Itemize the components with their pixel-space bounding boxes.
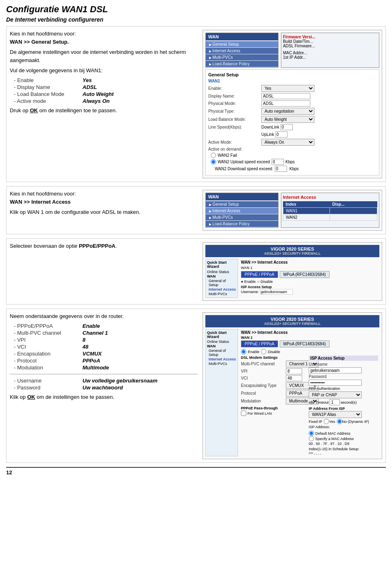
gs-active-on-demand-row: Active on demand: [208,147,376,151]
vigor2-internet-access[interactable]: Internet Access [209,357,236,361]
vigor2-password-row: Password [309,374,378,379]
field-display-name: - Display Name ADSL [14,84,198,90]
ia-wan2-disp [330,214,377,221]
vigor2-modulation-row: Modulation Multimode [241,398,307,405]
section3-left: Selecteer bovenaan de optie PPPoE/PPPoA. [10,242,198,301]
section1-text1: De algemene instellingen voor de interne… [10,48,198,64]
vigor-header: VIGOR 2820 SERIES ADSL2/2+ SECURITY FIRE… [205,245,379,257]
tab-pppoe[interactable]: PPPoE / PPPoA [241,271,278,278]
section2-left: Kies in het hoofdmenu voor: WAN >> Inter… [10,190,198,231]
section4-vigor-full: VIGOR 2820 SERIES ADSL2/2+ SECURITY FIRE… [203,312,382,459]
field-protocol: - Protocol PPPoA [14,358,198,364]
nav-lb-policy[interactable]: Load-Balance Policy [206,61,278,67]
section1-router-mockup: WAN General Setup Internet Access Multi-… [203,30,382,178]
ia-wan1[interactable]: WAN1 [283,208,330,214]
gs-wan2download-row: WAN2 Download speed exceed Kbps [215,166,376,172]
nav-multi-pvcs[interactable]: Multi-PVCs [206,54,278,60]
gs-wan2upload-radio: WAN2 Upload speed exceed Kbps [211,159,376,165]
vigor2-mac-default-radio[interactable] [309,431,314,436]
vigor2-ip-alias-select[interactable]: WAN1P Alias [309,411,362,418]
vigor2-password-input[interactable] [309,380,362,386]
section1-instruction1: Kies in het hoofdmenu voor: WAN >> Gener… [10,30,198,46]
vigor-wan: WAN [207,274,236,278]
vigor2-two-col: DSL Modem Settings Multi-PVC channel Cha… [241,356,378,455]
wan2-fail-radio[interactable] [211,153,216,158]
vigor2-enable-radio[interactable] [241,349,246,354]
vigor2-username-input[interactable] [309,367,362,373]
vigor2-wired-lan-check[interactable] [241,411,246,416]
vigor2-isp-addr-row: ISP Address: [309,425,378,429]
section1-ok-instruction: Druk op OK om de instellingen toe te pas… [10,107,198,115]
active-mode-select[interactable]: Always On [261,139,314,146]
vigor2-vpi-row: VPI [241,368,307,374]
vigor2-quick-wizard: Quick Start Wizard [207,331,236,339]
section1-text2: Vul de volgende gegevens in bij WAN1: [10,67,198,75]
lb-mode-select[interactable]: Auto Weight [261,116,314,123]
tab-mpoa[interactable]: MPoA (RFC1483/2684) [280,271,330,278]
section4-fields: - PPPoE/PPPoA Enable - Multi-PVC channel… [14,323,198,371]
gs-physical-mode-row: Physical Mode: [208,100,376,107]
vigor-username-input[interactable] [260,289,293,295]
vigor2-enable-row: Enable Disable [241,349,378,354]
vigor2-ip-alias-row: WAN1P Alias [309,411,378,418]
vigor2-tab-mpoa[interactable]: MPoA (RFC1483/2684) [280,340,330,347]
section4-text: Neem onderstaande gegevens over in de ro… [10,312,198,320]
section3-text: Selecteer bovenaan de optie PPPoE/PPPoA. [10,242,198,250]
physical-mode-input[interactable] [261,100,310,107]
vigor2-fixed-ip-yes[interactable] [324,419,329,424]
gs-lb-mode-row: Load Balance Mode: Auto Weight [208,116,376,123]
nav-internet-access[interactable]: Internet Access [206,48,278,54]
nav-general-setup[interactable]: General Setup [206,41,278,47]
gs-physical-type-row: Physical Type: Auto negotiation [208,108,376,115]
section3-vigor-mockup: VIGOR 2820 SERIES ADSL2/2+ SECURITY FIRE… [203,242,382,301]
vigor2-fixed-ip-row: Fixed IP Yes No (Dynamic IP) [309,419,378,424]
vigor2-dsl-panel: DSL Modem Settings Multi-PVC channel Cha… [241,356,307,455]
vigor2-multi-pvcs[interactable]: Multi-PVCs [209,362,236,366]
vigor2-mac-default-row: Default MAC Address [309,431,378,436]
vigor2-disable-radio[interactable] [261,349,266,354]
vigor2-wired-lan-row: For Wired LAN [241,411,307,416]
vigor2-protocol-row: Protocol PPPoA [241,390,307,397]
wan2-download-input[interactable] [275,166,287,172]
vigor-general-setup[interactable]: General of Setup [209,279,236,287]
vigor-wan-access-title: WAN >> Internet Access [241,260,378,265]
nav2-internet-access[interactable]: Internet Access [206,208,278,214]
wan2-upload-radio[interactable] [211,159,216,165]
ia-wan2[interactable]: WAN2 [283,214,330,221]
vigor2-isp-title: ISP Access Setup [309,356,378,361]
physical-type-select[interactable]: Auto negotiation [261,108,314,115]
vigor-username-row: Username: [241,289,378,295]
display-name-input[interactable] [261,93,310,99]
vigor2-fixed-ip-no[interactable] [337,419,342,424]
enable-select[interactable]: Yes [261,85,314,92]
vigor2-idle-timeout-input[interactable] [330,399,340,405]
vigor-isp-title: ISP Access Setup [241,285,378,289]
vigor2-ppp-auth-select[interactable]: PAP or CHAP [309,391,362,398]
vigor2-general-setup[interactable]: General of Setup [209,349,236,357]
nav2-multi-pvcs[interactable]: Multi-PVCs [206,214,278,220]
vigor2-vci-input[interactable] [286,375,302,381]
nav2-lb-policy[interactable]: Load-Balance Policy [206,221,278,227]
build-date: Build Date/Tim... [283,39,377,44]
uplink-input[interactable] [275,131,287,138]
nav2-general-setup[interactable]: General Setup [206,201,278,207]
vigor-internet-access[interactable]: Internet Access [209,287,236,291]
page-title: Configuratie WAN1 DSL [6,4,386,15]
field-password: - Password Uw wachtwoord [14,385,198,391]
vigor2-passthrough-title: PPPoE Pass-through [241,406,307,410]
section2-row: Kies in het hoofdmenu voor: WAN >> Inter… [6,186,386,234]
vigor-multi-pvcs[interactable]: Multi-PVCs [209,292,236,296]
ia-wan1-disp [330,208,377,214]
section1-row: Kies in het hoofdmenu voor: WAN >> Gener… [6,26,386,182]
vigor2-isp-panel: ISP Access Setup Username Password PPP A… [309,356,378,455]
downlink-input[interactable] [281,124,293,130]
adsl-firmware: ADSL Firmware... [283,44,377,48]
vigor2-mac-specify-radio[interactable] [309,436,314,441]
vigor2-vpi-input[interactable] [286,368,302,374]
gs-panel-title: General Setup [208,72,376,77]
vigor2-tab-pppoe[interactable]: PPPoE / PPPoA [241,340,278,347]
vigor2-wan: WAN [207,344,236,348]
wan2-upload-input[interactable] [272,159,284,165]
vigor2-ppp-auth-row: PPP Authentication [309,387,378,391]
section1-fields: - Enable Yes - Display Name ADSL - Load … [14,77,198,104]
